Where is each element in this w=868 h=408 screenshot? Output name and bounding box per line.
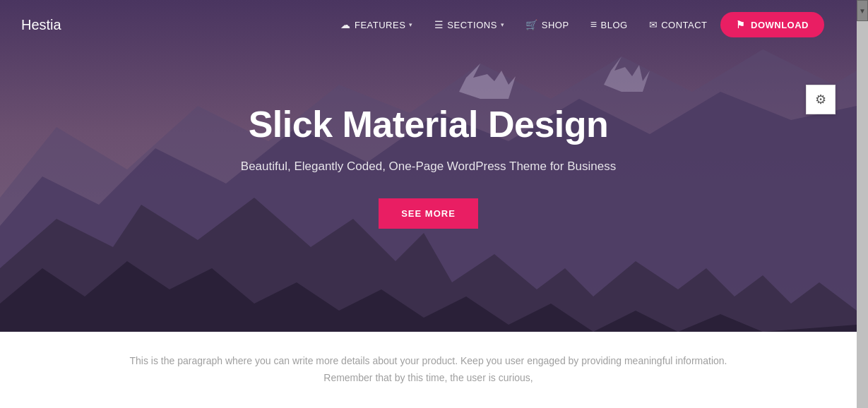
- nav-contact[interactable]: ✉ CONTACT: [641, 13, 716, 36]
- nav-blog[interactable]: ≡ BLOG: [582, 13, 636, 37]
- download-icon: ⚑: [736, 19, 746, 30]
- settings-button[interactable]: ⚙: [806, 85, 836, 114]
- nav-blog-label: BLOG: [601, 20, 628, 30]
- nav-features-label: FEATURES: [355, 20, 405, 30]
- hero-content: Slick Material Design Beautiful, Elegant…: [227, 103, 630, 229]
- download-label: DOWNLOAD: [751, 20, 809, 30]
- nav-shop-label: SHOP: [542, 20, 569, 30]
- scrollbar-thumb[interactable]: ▼: [857, 0, 868, 21]
- mail-icon: ✉: [649, 19, 658, 30]
- brand-logo[interactable]: Hestia: [21, 17, 61, 33]
- nav-items: ☁ FEATURES ▾ ☰ SECTIONS ▾ 🛒 SHOP ≡: [332, 12, 824, 37]
- white-section: This is the paragraph where you can writ…: [0, 332, 857, 408]
- nav-sections-label: SECTIONS: [447, 20, 497, 30]
- hero-title: Slick Material Design: [241, 103, 616, 145]
- sections-icon: ☰: [434, 19, 444, 30]
- cloud-icon: ☁: [340, 19, 351, 30]
- nav-shop[interactable]: 🛒 SHOP: [517, 13, 577, 36]
- page-wrapper: ▼: [0, 0, 868, 408]
- scrollbar[interactable]: ▼: [857, 0, 868, 408]
- navbar: Hestia ☁ FEATURES ▾ ☰ SECTIONS ▾ 🛒 SHOP: [0, 0, 845, 49]
- chevron-down-icon: ▾: [409, 21, 413, 28]
- cart-icon: 🛒: [525, 19, 538, 30]
- gear-icon: ⚙: [815, 92, 826, 107]
- nav-features[interactable]: ☁ FEATURES ▾: [332, 13, 421, 36]
- chevron-down-icon-2: ▾: [501, 21, 505, 28]
- see-more-button[interactable]: SEE MORE: [379, 198, 478, 229]
- nav-sections[interactable]: ☰ SECTIONS ▾: [426, 13, 513, 36]
- download-button[interactable]: ⚑ DOWNLOAD: [720, 12, 825, 37]
- hero-section: Hestia ☁ FEATURES ▾ ☰ SECTIONS ▾ 🛒 SHOP: [0, 0, 857, 332]
- hero-subtitle: Beautiful, Elegantly Coded, One-Page Wor…: [241, 160, 616, 174]
- scroll-arrow-icon: ▼: [859, 7, 866, 15]
- white-section-text: This is the paragraph where you can writ…: [127, 353, 730, 387]
- nav-contact-label: CONTACT: [661, 20, 707, 30]
- blog-icon: ≡: [590, 18, 598, 31]
